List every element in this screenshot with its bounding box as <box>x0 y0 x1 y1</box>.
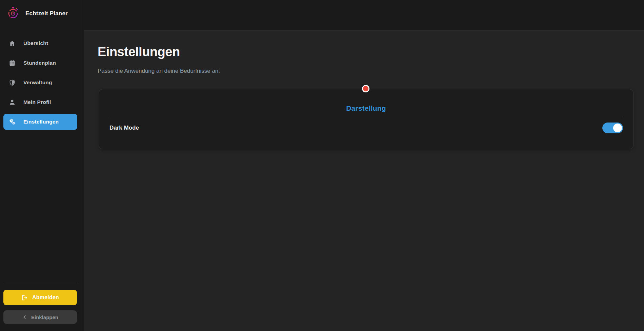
page-title: Einstellungen <box>98 45 180 59</box>
setting-label: Dark Mode <box>109 125 139 131</box>
brand: Echtzeit Planer <box>0 0 84 27</box>
card-title: Darstellung <box>99 104 633 112</box>
dark-mode-toggle[interactable] <box>602 123 623 133</box>
logout-button-label: Abmelden <box>32 294 59 301</box>
gears-icon <box>9 118 16 125</box>
toggle-knob <box>613 124 622 132</box>
sidebar-item-label: Stundenplan <box>23 60 56 66</box>
sidebar-divider <box>4 282 78 282</box>
sidebar-item-label: Mein Profil <box>23 99 51 105</box>
sidebar-item-label: Einstellungen <box>23 119 59 125</box>
shield-icon <box>9 79 16 86</box>
logout-icon <box>21 294 28 301</box>
sidebar-item-uebersicht[interactable]: Übersicht <box>3 35 77 51</box>
home-icon <box>9 40 16 47</box>
sidebar-item-label: Verwaltung <box>23 80 52 86</box>
card-divider <box>109 117 623 117</box>
logout-button[interactable]: Abmelden <box>3 290 77 305</box>
app-title: Echtzeit Planer <box>25 10 68 17</box>
sidebar-item-label: Übersicht <box>23 40 48 46</box>
user-icon <box>9 99 16 106</box>
click-marker <box>362 85 369 92</box>
topbar <box>84 0 644 30</box>
sidebar-item-mein-profil[interactable]: Mein Profil <box>3 94 77 110</box>
calendar-icon <box>9 60 16 66</box>
sidebar: Echtzeit Planer Übersicht <box>0 0 84 331</box>
sidebar-item-stundenplan[interactable]: Stundenplan <box>3 55 77 71</box>
sidebar-nav: Übersicht Stundenplan <box>3 35 77 133</box>
collapse-button-label: Einklappen <box>31 314 58 320</box>
collapse-sidebar-button[interactable]: Einklappen <box>3 310 77 324</box>
sidebar-item-einstellungen[interactable]: Einstellungen <box>3 114 77 130</box>
page-subtitle: Passe die Anwendung an deine Bedürfnisse… <box>98 68 220 74</box>
settings-card: Darstellung Dark Mode <box>99 89 633 149</box>
stopwatch-icon <box>6 6 20 20</box>
chevron-left-icon <box>22 314 27 320</box>
sidebar-item-verwaltung[interactable]: Verwaltung <box>3 74 77 91</box>
